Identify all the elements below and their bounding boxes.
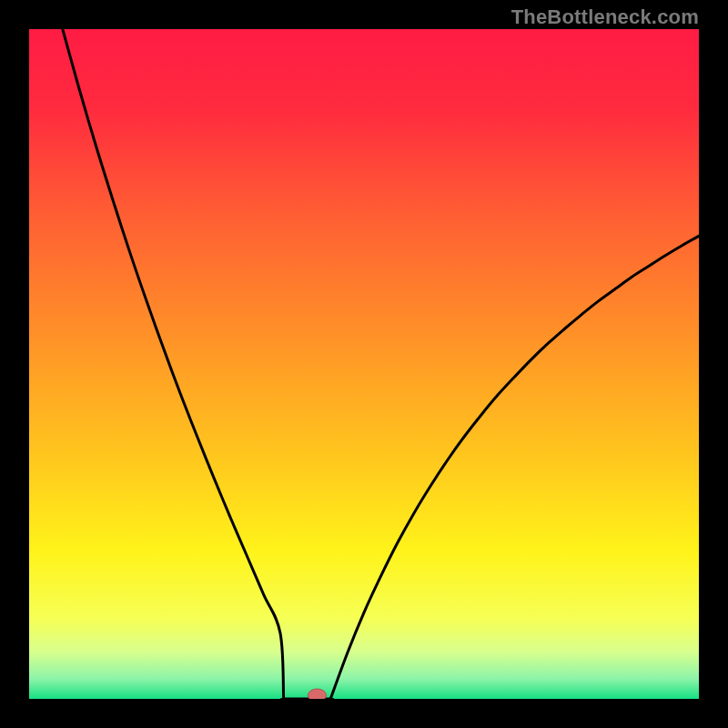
gradient-background bbox=[29, 29, 699, 699]
plot-area bbox=[29, 29, 699, 699]
optimal-point-marker bbox=[308, 689, 326, 699]
bottleneck-curve-chart bbox=[29, 29, 699, 699]
watermark-text: TheBottleneck.com bbox=[511, 5, 699, 29]
chart-frame: TheBottleneck.com bbox=[0, 0, 728, 728]
